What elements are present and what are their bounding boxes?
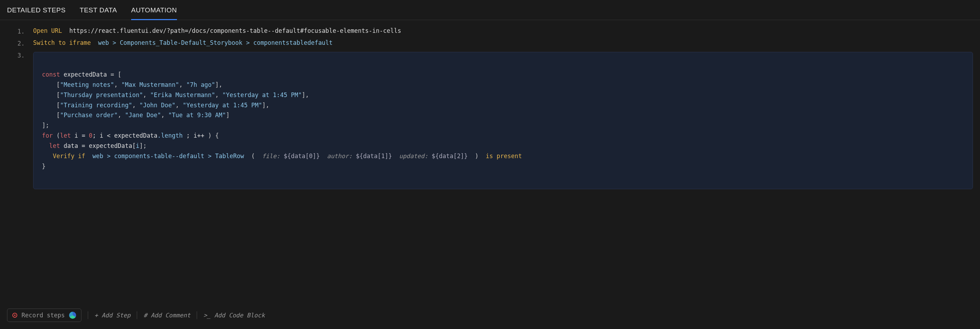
str: "Purchase order" xyxy=(60,112,118,118)
param-file: file: xyxy=(262,152,280,160)
step-body: Open URL https://react.fluentui.dev/?pat… xyxy=(33,27,973,34)
step-number: 3. xyxy=(14,51,25,59)
step-number: 1. xyxy=(14,27,25,35)
interp: ${data[0]} xyxy=(280,152,327,160)
add-comment-button[interactable]: # Add Comment xyxy=(143,312,190,319)
add-step-button[interactable]: + Add Step xyxy=(94,312,130,319)
str: "Max Mustermann" xyxy=(121,81,179,88)
tab-detailed-steps[interactable]: DETAILED STEPS xyxy=(7,6,65,20)
prop: .length xyxy=(158,132,183,139)
step-body: Switch to iframe web > Components_Table-… xyxy=(33,39,973,46)
str: "Thursday presentation" xyxy=(60,91,143,99)
kw-for: for xyxy=(42,132,53,139)
step-row[interactable]: 3. const expectedData = [ ["Meeting note… xyxy=(14,51,973,189)
tab-automation[interactable]: AUTOMATION xyxy=(131,6,177,20)
bottom-toolbar: Record steps + Add Step # Add Comment >_… xyxy=(7,308,265,322)
divider xyxy=(88,311,88,319)
step-row[interactable]: 2. Switch to iframe web > Components_Tab… xyxy=(14,39,973,47)
punct: ) xyxy=(475,152,486,160)
str: "Erika Mustermann" xyxy=(150,91,215,99)
record-label: Record steps xyxy=(22,312,65,319)
is-present: is present xyxy=(486,152,522,160)
interp: ${data[2]} xyxy=(428,152,475,160)
param-updated: updated: xyxy=(399,152,428,160)
punct: ]; xyxy=(139,142,146,149)
str: "Yesterday at 1:45 PM" xyxy=(223,91,302,99)
param-author: author: xyxy=(327,152,353,160)
steps-list: 1. Open URL https://react.fluentui.dev/?… xyxy=(0,20,980,201)
add-code-block-button[interactable]: >_ Add Code Block xyxy=(204,312,265,319)
step-row[interactable]: 1. Open URL https://react.fluentui.dev/?… xyxy=(14,27,973,35)
kw-let: let xyxy=(60,132,71,139)
punct: } xyxy=(42,163,46,170)
record-steps-button[interactable]: Record steps xyxy=(7,308,81,322)
step-url: https://react.fluentui.dev/?path=/docs/c… xyxy=(69,27,401,34)
tab-test-data[interactable]: TEST DATA xyxy=(80,6,117,20)
str: "Meeting notes" xyxy=(60,81,114,88)
str: "Jane Doe" xyxy=(125,112,161,118)
str: "Tue at 9:30 AM" xyxy=(168,112,226,118)
divider xyxy=(197,311,197,319)
str: "Training recording" xyxy=(60,102,132,109)
punct: = [ xyxy=(110,71,121,78)
edge-browser-icon xyxy=(69,312,76,319)
iframe-path: web > Components_Table-Default_Storybook… xyxy=(98,39,332,46)
ident: i xyxy=(136,142,139,149)
str: "Yesterday at 1:45 PM" xyxy=(183,102,262,109)
ident: ; i < expectedData xyxy=(92,132,157,139)
kw-let: let xyxy=(49,142,60,149)
ident: ; i++ xyxy=(183,132,208,139)
tabs-bar: DETAILED STEPS TEST DATA AUTOMATION xyxy=(0,0,980,20)
punct: ( xyxy=(244,152,262,160)
kw-const: const xyxy=(42,71,60,78)
interp: ${data[1]} xyxy=(352,152,399,160)
str: "John Doe" xyxy=(139,102,175,109)
str: "7h ago" xyxy=(186,81,215,88)
ident: i = xyxy=(71,132,89,139)
step-command: Open URL xyxy=(33,27,62,34)
verify-path: web > components-table--default > TableR… xyxy=(92,152,244,160)
verify-command: Verify if xyxy=(53,152,85,160)
ident: data = expectedData[ xyxy=(60,142,136,149)
ident-expected: expectedData xyxy=(60,71,110,78)
punct: ) { xyxy=(208,132,219,139)
punct: ]; xyxy=(42,122,49,129)
punct: ( xyxy=(53,132,60,139)
step-number: 2. xyxy=(14,39,25,47)
num: 0 xyxy=(89,132,92,139)
code-block[interactable]: const expectedData = [ ["Meeting notes",… xyxy=(33,52,973,189)
record-icon xyxy=(12,313,17,318)
step-command: Switch to iframe xyxy=(33,39,91,46)
